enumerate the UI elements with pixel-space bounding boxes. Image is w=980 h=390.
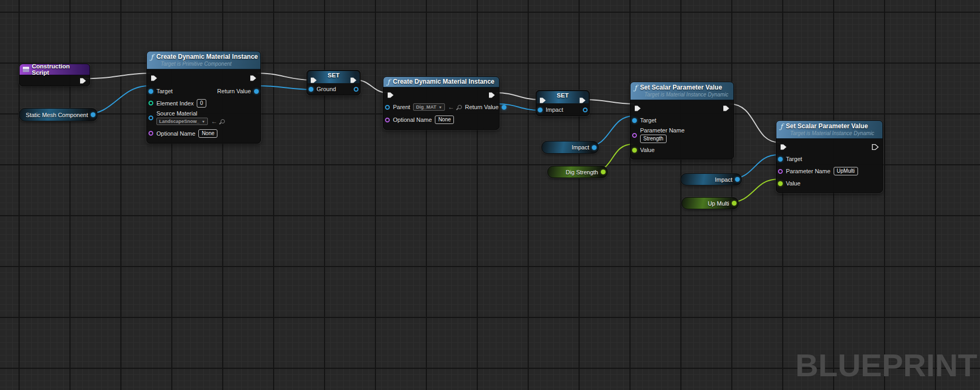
source-material-value: LandscapeSnow_ xyxy=(159,119,199,124)
float-output-pin[interactable] xyxy=(601,170,606,174)
element-index-pin[interactable] xyxy=(148,101,153,105)
function-icon: ƒ xyxy=(151,54,153,60)
node-construction-script[interactable]: Construction Script xyxy=(19,64,90,86)
variable-node-dig-strength[interactable]: Dig Strength xyxy=(547,166,608,178)
variable-node-impact-1[interactable]: Impact xyxy=(541,141,599,154)
value-pin-label: Value xyxy=(786,180,800,187)
parameter-name-pin[interactable] xyxy=(632,133,637,138)
use-selected-asset-icon[interactable]: ← xyxy=(211,118,217,125)
impact-input-pin[interactable] xyxy=(538,108,542,112)
node-header: ƒ Set Scalar Parameter Value Target is M… xyxy=(776,121,882,139)
node-set-scalar-parameter-value-2[interactable]: ƒ Set Scalar Parameter Value Target is M… xyxy=(776,120,883,193)
object-output-pin[interactable] xyxy=(592,145,597,150)
node-header: ƒ Set Scalar Parameter Value Target is M… xyxy=(631,82,733,100)
variable-label: Up Multi xyxy=(708,200,729,207)
parameter-name-pin[interactable] xyxy=(778,169,783,174)
blueprint-graph-canvas[interactable]: BLUEPRINT Construction Script Static Mes… xyxy=(0,0,980,390)
browse-asset-icon[interactable] xyxy=(221,119,225,123)
target-pin[interactable] xyxy=(778,157,783,162)
object-output-pin[interactable] xyxy=(91,112,95,117)
source-material-pin[interactable] xyxy=(148,116,153,120)
optional-name-pin-label: Optional Name xyxy=(393,117,432,123)
node-subtitle: Target is Primitive Component xyxy=(161,61,256,67)
exec-out-pin[interactable] xyxy=(80,78,86,84)
return-value-pin-label: Return Value xyxy=(465,104,498,110)
optional-name-pin[interactable] xyxy=(385,118,390,122)
optional-name-input[interactable]: None xyxy=(198,129,217,138)
node-subtitle: Target is Material Instance Dynamic xyxy=(790,130,878,136)
wire-exec-sspv1-to-sspv2 xyxy=(729,104,780,143)
variable-label: Dig Strength xyxy=(566,169,598,175)
node-title: Create Dynamic Material Instance xyxy=(393,78,494,85)
use-selected-asset-icon[interactable]: ← xyxy=(448,104,454,110)
element-index-input[interactable]: 0 xyxy=(197,99,206,108)
node-header: ƒ Create Dynamic Material Instance xyxy=(383,77,499,87)
exec-out-pin[interactable] xyxy=(250,75,257,81)
element-index-pin-label: Element Index xyxy=(156,100,194,107)
browse-asset-icon[interactable] xyxy=(458,105,462,109)
node-title: Create Dynamic Material Instance xyxy=(156,53,258,60)
exec-out-pin[interactable] xyxy=(579,98,586,103)
variable-label: Impact xyxy=(572,144,589,150)
value-pin[interactable] xyxy=(632,148,637,153)
exec-in-pin[interactable] xyxy=(634,105,641,111)
parameter-name-input[interactable]: Strength xyxy=(640,135,667,143)
variable-node-up-multi[interactable]: Up Multi xyxy=(681,197,739,209)
exec-in-pin[interactable] xyxy=(780,144,787,150)
target-pin[interactable] xyxy=(632,118,637,123)
target-pin[interactable] xyxy=(148,89,153,94)
function-icon: ƒ xyxy=(634,84,637,91)
wire-exec-cdmi2-to-setimpact xyxy=(496,93,540,100)
node-create-dynamic-material-instance-2[interactable]: ƒ Create Dynamic Material Instance Paren… xyxy=(383,76,500,130)
wire-exec-cs-to-cdmi1 xyxy=(84,73,151,78)
optional-name-pin-label: Optional Name xyxy=(156,130,195,137)
value-pin-label: Value xyxy=(640,147,654,153)
node-set-ground[interactable]: SET Ground xyxy=(307,70,361,95)
chevron-down-icon: ▼ xyxy=(439,105,442,109)
optional-name-pin[interactable] xyxy=(148,131,153,136)
variable-label: Static Mesh Component xyxy=(26,112,88,118)
return-value-pin[interactable] xyxy=(254,89,259,94)
target-pin-label: Target xyxy=(156,88,173,94)
parent-pin[interactable] xyxy=(385,105,390,110)
exec-out-pin[interactable] xyxy=(488,92,495,98)
source-material-dropdown[interactable]: LandscapeSnow_ ▼ xyxy=(156,118,208,125)
wire-obj-cdmi1-to-setground xyxy=(259,86,311,90)
exec-in-pin[interactable] xyxy=(310,77,317,83)
source-material-pin-label: Source Material xyxy=(156,110,225,117)
value-pin[interactable] xyxy=(778,181,783,186)
variable-node-impact-2[interactable]: Impact xyxy=(680,173,742,185)
exec-in-pin[interactable] xyxy=(387,92,394,98)
node-subtitle: Target is Material Instance Dynamic xyxy=(644,92,729,98)
ground-input-pin[interactable] xyxy=(309,87,313,92)
exec-out-pin[interactable] xyxy=(350,77,357,83)
function-icon: ƒ xyxy=(780,123,783,130)
float-output-pin[interactable] xyxy=(732,201,737,206)
parent-value: Dig_MAT xyxy=(416,104,436,110)
node-set-scalar-parameter-value-1[interactable]: ƒ Set Scalar Parameter Value Target is M… xyxy=(630,82,734,159)
ground-pin-label: Ground xyxy=(317,86,336,92)
parameter-name-input[interactable]: UpMulti xyxy=(834,167,858,175)
node-create-dynamic-material-instance-1[interactable]: ƒ Create Dynamic Material Instance Targe… xyxy=(146,51,261,144)
wire-exec-setimpact-to-sspv1 xyxy=(585,100,634,104)
chevron-down-icon: ▼ xyxy=(202,120,205,123)
node-set-impact[interactable]: SET Impact xyxy=(536,90,590,116)
optional-name-input[interactable]: None xyxy=(435,116,454,124)
parameter-name-pin-label: Parameter Name xyxy=(786,168,830,174)
exec-in-pin[interactable] xyxy=(151,75,158,81)
event-sheet-icon xyxy=(23,67,29,72)
exec-in-pin[interactable] xyxy=(539,98,546,103)
parent-pin-label: Parent xyxy=(393,104,410,110)
impact-output-pin[interactable] xyxy=(583,108,588,112)
target-pin-label: Target xyxy=(640,117,657,123)
variable-node-static-mesh-component[interactable]: Static Mesh Component xyxy=(19,108,98,121)
parent-dropdown[interactable]: Dig_MAT ▼ xyxy=(413,103,444,111)
exec-out-pin[interactable] xyxy=(872,144,879,150)
object-output-pin[interactable] xyxy=(735,177,740,182)
return-value-pin-label: Return Value xyxy=(217,88,251,94)
target-pin-label: Target xyxy=(786,156,802,162)
exec-out-pin[interactable] xyxy=(723,105,730,111)
ground-output-pin[interactable] xyxy=(354,87,358,92)
return-value-pin[interactable] xyxy=(502,105,506,110)
node-title: Construction Script xyxy=(32,63,86,76)
